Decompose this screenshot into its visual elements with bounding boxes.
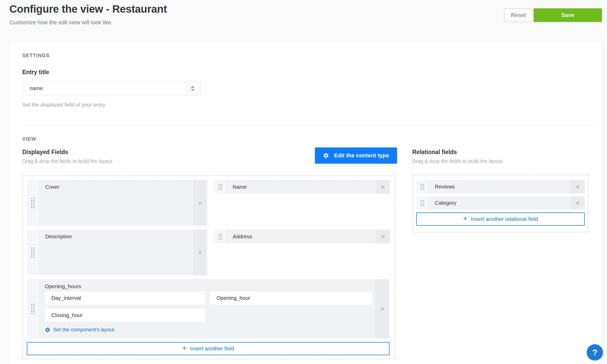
remove-field-button[interactable]: × bbox=[571, 196, 585, 209]
relational-fields-title: Relational fields bbox=[412, 149, 457, 156]
insert-another-field-button[interactable]: + Insert another field bbox=[27, 342, 389, 355]
save-button[interactable]: Save bbox=[534, 8, 602, 22]
remove-field-button[interactable]: × bbox=[193, 180, 207, 226]
entry-title-label: Entry title bbox=[22, 69, 49, 76]
field-label: Cover bbox=[39, 180, 193, 226]
grip-dots-icon bbox=[219, 234, 222, 240]
drag-handle[interactable] bbox=[416, 180, 429, 193]
help-button[interactable]: ? bbox=[587, 344, 603, 360]
remove-field-button[interactable]: × bbox=[376, 230, 390, 243]
drag-handle[interactable] bbox=[27, 180, 39, 226]
field-label: Description bbox=[39, 230, 193, 275]
field-label: Address bbox=[227, 230, 376, 243]
drag-handle[interactable] bbox=[214, 180, 227, 194]
gear-icon bbox=[323, 153, 329, 159]
component-subfield-day-interval[interactable]: Day_interval bbox=[45, 291, 205, 305]
displayed-fields-dropzone: Cover × Name × Description × Address × bbox=[22, 176, 395, 359]
remove-field-button[interactable]: × bbox=[376, 180, 390, 194]
remove-field-button[interactable]: × bbox=[193, 230, 207, 275]
entry-title-select[interactable]: name bbox=[22, 81, 201, 96]
grip-dots-icon bbox=[31, 304, 35, 314]
drag-handle[interactable] bbox=[27, 230, 39, 275]
gear-icon bbox=[45, 327, 50, 333]
drag-handle[interactable] bbox=[27, 279, 39, 338]
relational-field-reviews[interactable]: Reviews × bbox=[416, 180, 585, 193]
drag-handle[interactable] bbox=[214, 230, 227, 243]
entry-title-help-text: Set the displayed field of your entry bbox=[22, 102, 105, 108]
grip-dots-icon bbox=[31, 198, 35, 208]
grip-dots-icon bbox=[421, 200, 424, 206]
relational-fields-dropzone: Reviews × Category × + Insert another re… bbox=[412, 175, 588, 232]
select-arrows-icon[interactable] bbox=[184, 81, 201, 95]
grip-dots-icon bbox=[31, 247, 35, 258]
arrow-up-icon bbox=[191, 85, 195, 88]
set-component-layout-label: Set the component's layout bbox=[53, 327, 114, 333]
field-label: Reviews bbox=[429, 180, 571, 193]
displayed-fields-subtitle: Drag & drop the fields to build the layo… bbox=[22, 158, 112, 164]
grip-dots-icon bbox=[421, 184, 424, 190]
settings-section-label: SETTINGS bbox=[22, 53, 50, 58]
component-subfield-opening-hour[interactable]: Opening_hour bbox=[210, 291, 372, 305]
remove-field-button[interactable]: × bbox=[375, 279, 389, 338]
remove-field-button[interactable]: × bbox=[571, 180, 585, 193]
component-subfield-closing-hour[interactable]: Closing_hour bbox=[45, 309, 205, 322]
page-subtitle: Customize how the edit view will look li… bbox=[10, 19, 113, 26]
edit-content-type-label: Edit the content type bbox=[334, 152, 389, 159]
page-title: Configure the view - Restaurant bbox=[9, 3, 167, 15]
configure-view-page: Configure the view - Restaurant Customiz… bbox=[0, 0, 607, 364]
insert-another-field-label: Insert another field bbox=[190, 346, 234, 352]
field-label: Name bbox=[227, 180, 376, 194]
edit-content-type-button[interactable]: Edit the content type bbox=[315, 147, 397, 164]
insert-another-relational-field-label: Insert another relational field bbox=[471, 216, 538, 222]
field-box-address[interactable]: Address × bbox=[214, 230, 390, 243]
view-section-label: VIEW bbox=[22, 136, 36, 142]
plus-icon: + bbox=[463, 215, 467, 222]
relational-field-category[interactable]: Category × bbox=[416, 196, 585, 209]
drag-handle[interactable] bbox=[416, 196, 429, 209]
grip-dots-icon bbox=[219, 184, 222, 190]
component-content: Opening_hours Day_interval Opening_hour … bbox=[39, 279, 375, 338]
component-box-opening-hours[interactable]: Opening_hours Day_interval Opening_hour … bbox=[27, 279, 389, 338]
field-box-cover[interactable]: Cover × bbox=[27, 180, 207, 226]
field-box-description[interactable]: Description × bbox=[27, 230, 207, 275]
field-box-name[interactable]: Name × bbox=[214, 180, 390, 194]
set-component-layout-link[interactable]: Set the component's layout bbox=[45, 327, 114, 333]
plus-icon: + bbox=[182, 345, 187, 352]
reset-button[interactable]: Reset bbox=[504, 8, 533, 22]
arrow-down-icon bbox=[191, 89, 195, 91]
section-divider bbox=[22, 125, 598, 125]
field-label: Category bbox=[429, 196, 571, 209]
main-card: SETTINGS Entry title name Set the displa… bbox=[9, 42, 601, 364]
entry-title-select-value: name bbox=[23, 81, 184, 95]
insert-another-relational-field-button[interactable]: + Insert another relational field bbox=[416, 212, 585, 226]
displayed-fields-title: Displayed Fields bbox=[22, 149, 68, 156]
relational-fields-subtitle: Drag & drop the fields to build the layo… bbox=[412, 158, 502, 164]
component-label: Opening_hours bbox=[45, 283, 81, 289]
